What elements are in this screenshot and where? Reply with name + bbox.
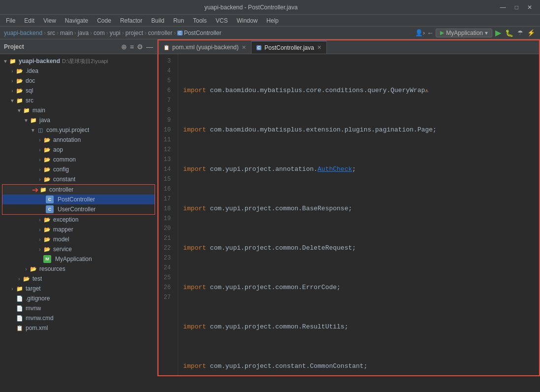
tree-item-controller[interactable]: ➔ 📁 controller (2, 185, 155, 195)
tree-resources-arrow: › (23, 266, 30, 272)
tab-pom[interactable]: 📋 pom.xml (yuapi-backend) ✕ (159, 41, 252, 54)
navigate-back-icon[interactable]: ← (427, 29, 434, 37)
breadcrumb-sep1: › (44, 30, 46, 36)
vcs-icon[interactable]: 👤› (415, 29, 425, 36)
breadcrumb-sep4: › (90, 30, 92, 36)
breadcrumb-com[interactable]: com (94, 30, 105, 36)
tree-item-pomxml[interactable]: 📋 pom.xml (0, 323, 157, 333)
tree-item-aop[interactable]: › 📂 aop (0, 145, 157, 155)
tree-item-common[interactable]: › 📂 common (0, 155, 157, 164)
tree-item-idea[interactable]: › 📂 .idea (0, 66, 157, 76)
breadcrumb-main[interactable]: main (60, 30, 73, 36)
tree-item-mvnwcmd[interactable]: 📄 mvnw.cmd (0, 313, 157, 323)
code-editor[interactable]: 3 4 5 6 7 8 9 10 11 12 13 14 15 16 17 18… (159, 54, 539, 375)
post-tab-close[interactable]: ✕ (317, 44, 321, 51)
menu-edit[interactable]: Edit (20, 16, 38, 25)
run-config-area[interactable]: ▶ MyApplication ▾ (436, 29, 492, 37)
tree-item-mapper[interactable]: › 📂 mapper (0, 225, 157, 234)
tree-item-postcontroller[interactable]: C PostController (2, 195, 155, 204)
tree-root-arrow: ▼ (2, 59, 9, 64)
ln-8: 8 (159, 105, 174, 115)
sidebar-icon-2[interactable]: ≡ (130, 43, 134, 51)
tree-item-main[interactable]: ▼ 📁 main (0, 105, 157, 115)
ln-6: 6 (159, 86, 174, 96)
menu-view[interactable]: View (39, 16, 60, 25)
run-button[interactable]: ▶ (494, 28, 502, 37)
tree-resources-label: resources (39, 265, 65, 272)
breadcrumb-sep7: › (145, 30, 147, 36)
tree-model-label: model (53, 236, 69, 243)
tree-config-label: config (53, 166, 69, 173)
tree-annotation-label: annotation (53, 136, 81, 143)
tree-item-constant[interactable]: › 📂 constant (0, 174, 157, 184)
breadcrumb-controller[interactable]: controller (148, 30, 172, 36)
menu-help[interactable]: Help (262, 16, 283, 25)
breadcrumb-postcontroller[interactable]: PostController (184, 30, 222, 36)
breadcrumb-src[interactable]: src (47, 30, 55, 36)
tree-test-arrow: › (16, 276, 23, 282)
tree-item-mvnw[interactable]: 📄 mvnw (0, 303, 157, 313)
java-myapp-icon: M (43, 255, 51, 263)
menu-code[interactable]: Code (93, 16, 115, 25)
tree-item-resources[interactable]: › 📂 resources (0, 264, 157, 274)
menu-vcs[interactable]: VCS (212, 16, 232, 25)
tree-item-service[interactable]: › 📂 service (0, 244, 157, 254)
code-content[interactable]: import com.baomidou.mybatisplus.core.con… (178, 54, 539, 375)
breadcrumb-root[interactable]: yuapi-backend (4, 30, 42, 36)
tree-item-package[interactable]: ▼ ◫ com.yupi.project (0, 125, 157, 135)
menu-refactor[interactable]: Refactor (116, 16, 146, 25)
menu-build[interactable]: Build (147, 16, 168, 25)
tree-controller-label: controller (49, 186, 73, 193)
breadcrumb-yupi[interactable]: yupi (110, 30, 121, 36)
tree-item-usercontroller[interactable]: C UserController (2, 204, 155, 214)
tab-postcontroller[interactable]: C PostController.java ✕ (252, 41, 327, 54)
tree-root-path: D:\星球项目2\yuapi (62, 58, 108, 65)
run-config-dropdown-icon: ▾ (485, 30, 488, 36)
tree-service-label: service (53, 246, 72, 253)
tree-item-exception[interactable]: › 📂 exception (0, 215, 157, 225)
tree-item-gitignore[interactable]: 📄 .gitignore (0, 294, 157, 303)
sidebar-icon-4[interactable]: — (146, 43, 153, 51)
title-bar-controls[interactable]: — □ ✕ (497, 4, 535, 11)
sidebar-icon-1[interactable]: ⊕ (121, 43, 127, 51)
tree-mvnwcmd-label: mvnw.cmd (26, 315, 54, 322)
tree-item-target[interactable]: › 📁 target (0, 284, 157, 294)
sidebar-icon-3[interactable]: ⚙ (137, 43, 143, 51)
close-button[interactable]: ✕ (524, 4, 535, 11)
profile-button[interactable]: ⚡ (526, 29, 536, 36)
tree-item-test[interactable]: › 📂 test (0, 274, 157, 284)
tree-item-doc[interactable]: › 📂 doc (0, 76, 157, 86)
menu-window[interactable]: Window (233, 16, 262, 25)
breadcrumb-java[interactable]: java (78, 30, 89, 36)
debug-button[interactable]: 🐛 (504, 29, 514, 37)
pom-tab-close[interactable]: ✕ (242, 44, 246, 51)
tree-aop-label: aop (53, 146, 63, 153)
main-layout: Project ⊕ ≡ ⚙ — ▼ 📁 yuapi-backend D:\星球项… (0, 39, 540, 376)
menu-navigate[interactable]: Navigate (61, 16, 92, 25)
maximize-button[interactable]: □ (512, 4, 521, 11)
menu-file[interactable]: File (2, 16, 19, 25)
tree-item-sql[interactable]: › 📂 sql (0, 86, 157, 96)
tree-root[interactable]: ▼ 📁 yuapi-backend D:\星球项目2\yuapi (0, 56, 157, 66)
tree-item-java[interactable]: ▼ 📁 java (0, 115, 157, 125)
ln-24: 24 (159, 263, 174, 273)
minimize-button[interactable]: — (497, 4, 509, 11)
coverage-button[interactable]: ☂ (516, 29, 524, 36)
folder-common-icon: 📂 (43, 156, 51, 163)
code-7: com.yupi.project.common.DeleteRequest; (210, 243, 356, 253)
tree-item-src[interactable]: ▼ 📁 src (0, 96, 157, 105)
tree-item-annotation[interactable]: › 📂 annotation (0, 135, 157, 145)
menu-run[interactable]: Run (169, 16, 188, 25)
java-postcontroller-icon: C (46, 196, 54, 203)
menu-tools[interactable]: Tools (189, 16, 211, 25)
tree-item-config[interactable]: › 📂 config (0, 164, 157, 174)
code-5b: ; (352, 164, 356, 174)
tree-item-model[interactable]: › 📂 model (0, 234, 157, 244)
sidebar-toolbar: ⊕ ≡ ⚙ — (121, 43, 153, 51)
code-line-3: import com.baomidou.mybatisplus.core.con… (183, 86, 539, 96)
ln-22: 22 (159, 243, 174, 253)
breadcrumb-project[interactable]: project (126, 30, 143, 36)
tree-target-arrow: › (9, 286, 16, 292)
code-line-9: import com.yupi.project.common.ResultUti… (183, 322, 539, 332)
tree-item-myapplication[interactable]: M MyApplication (0, 254, 157, 264)
